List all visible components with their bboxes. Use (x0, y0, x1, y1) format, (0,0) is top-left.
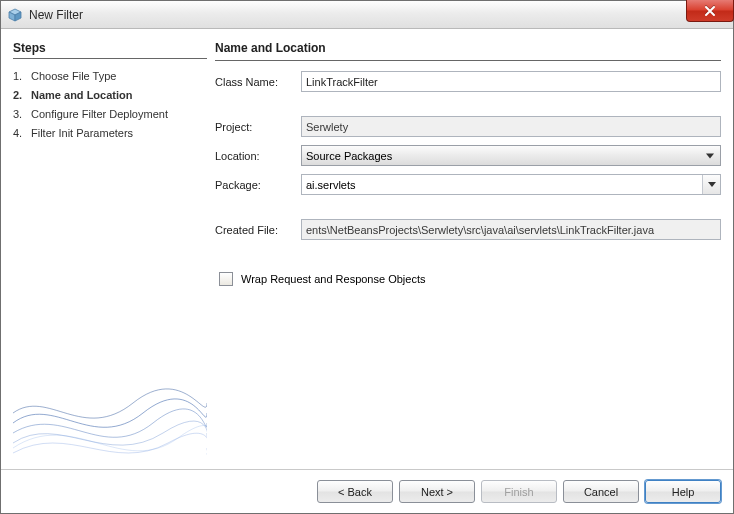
location-select[interactable]: Source Packages (301, 145, 721, 166)
combo-dropdown-button[interactable] (702, 175, 720, 194)
location-row: Location: Source Packages (215, 145, 721, 166)
divider (215, 60, 721, 61)
cube-icon (7, 7, 23, 23)
close-icon (704, 5, 716, 17)
finish-button: Finish (481, 480, 557, 503)
step-num: 3. (13, 107, 31, 122)
step-label: Name and Location (31, 88, 207, 103)
package-combo[interactable]: ai.servlets (301, 174, 721, 195)
project-field: Serwlety (301, 116, 721, 137)
package-row: Package: ai.servlets (215, 174, 721, 195)
package-value: ai.servlets (306, 179, 356, 191)
titlebar[interactable]: New Filter (1, 1, 733, 29)
steps-heading: Steps (13, 41, 207, 55)
cancel-button[interactable]: Cancel (563, 480, 639, 503)
back-button[interactable]: < Back (317, 480, 393, 503)
decorative-waves (13, 353, 207, 463)
step-label: Filter Init Parameters (31, 126, 207, 141)
step-item: 1. Choose File Type (13, 67, 207, 86)
next-button[interactable]: Next > (399, 480, 475, 503)
project-value: Serwlety (306, 121, 348, 133)
dialog-window: New Filter Steps 1. Choose File Type 2. … (0, 0, 734, 514)
wrap-label: Wrap Request and Response Objects (241, 273, 425, 285)
wrap-checkbox[interactable] (219, 272, 233, 286)
steps-panel: Steps 1. Choose File Type 2. Name and Lo… (13, 41, 207, 463)
step-item: 4. Filter Init Parameters (13, 124, 207, 143)
button-bar: < Back Next > Finish Cancel Help (1, 469, 733, 513)
location-label: Location: (215, 150, 297, 162)
main-heading: Name and Location (215, 41, 721, 55)
classname-row: Class Name: (215, 71, 721, 92)
content-area: Steps 1. Choose File Type 2. Name and Lo… (1, 29, 733, 469)
close-button[interactable] (686, 0, 734, 22)
step-num: 4. (13, 126, 31, 141)
steps-list: 1. Choose File Type 2. Name and Location… (13, 67, 207, 142)
project-label: Project: (215, 121, 297, 133)
step-label: Choose File Type (31, 69, 207, 84)
step-label: Configure Filter Deployment (31, 107, 207, 122)
form-area: Class Name: Project: Serwlety Location: … (215, 69, 721, 286)
window-title: New Filter (29, 8, 83, 22)
project-row: Project: Serwlety (215, 116, 721, 137)
step-item: 3. Configure Filter Deployment (13, 105, 207, 124)
wrap-row: Wrap Request and Response Objects (219, 272, 721, 286)
step-item: 2. Name and Location (13, 86, 207, 105)
step-num: 1. (13, 69, 31, 84)
createdfile-field: ents\NetBeansProjects\Serwlety\src\java\… (301, 219, 721, 240)
step-num: 2. (13, 88, 31, 103)
classname-label: Class Name: (215, 76, 297, 88)
divider (13, 58, 207, 59)
createdfile-label: Created File: (215, 224, 297, 236)
location-value: Source Packages (306, 150, 392, 162)
main-panel: Name and Location Class Name: Project: S… (215, 41, 721, 463)
chevron-down-icon (708, 182, 716, 187)
help-button[interactable]: Help (645, 480, 721, 503)
classname-input[interactable] (301, 71, 721, 92)
createdfile-row: Created File: ents\NetBeansProjects\Serw… (215, 219, 721, 240)
createdfile-value: ents\NetBeansProjects\Serwlety\src\java\… (306, 224, 654, 236)
chevron-down-icon (706, 153, 714, 158)
package-label: Package: (215, 179, 297, 191)
